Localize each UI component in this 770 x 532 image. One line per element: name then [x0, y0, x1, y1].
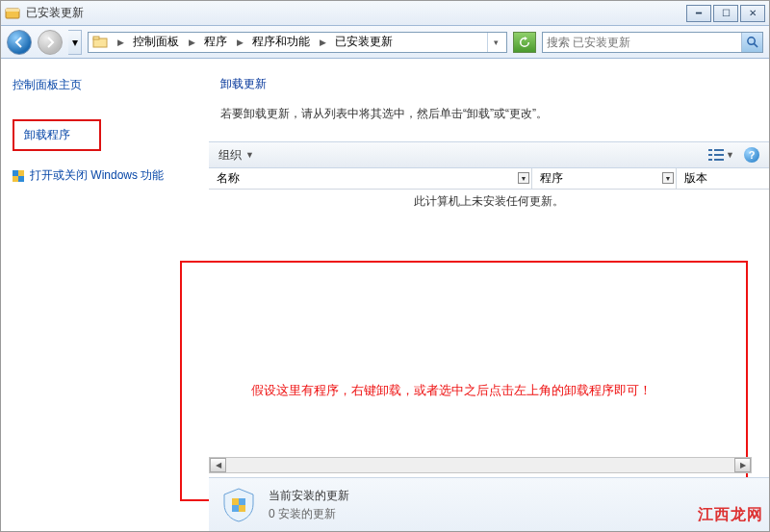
column-filter-dropdown[interactable]: ▼ [518, 172, 529, 184]
view-button[interactable]: ▼ [708, 148, 734, 162]
column-label: 名称 [217, 170, 240, 187]
svg-point-4 [748, 38, 755, 44]
search-input[interactable] [543, 36, 741, 49]
column-header-version[interactable]: 版本 [677, 168, 769, 189]
window-icon [5, 6, 20, 21]
column-label: 版本 [684, 170, 707, 187]
column-label: 程序 [540, 170, 563, 187]
empty-list-message: 此计算机上未安装任何更新。 [209, 190, 769, 214]
svg-rect-19 [239, 505, 245, 512]
arrow-left-icon [13, 37, 25, 48]
horizontal-scrollbar[interactable]: ◀ ▶ [209, 457, 752, 473]
content-body: 控制面板主页 卸载程序 打开或关闭 Windows 功能 卸载更新 若要卸载更新… [1, 59, 769, 531]
svg-rect-6 [13, 170, 18, 176]
chevron-right-icon[interactable]: ▶ [316, 38, 329, 47]
maximize-button[interactable]: ☐ [713, 5, 738, 22]
svg-rect-14 [714, 154, 724, 156]
refresh-icon [519, 37, 530, 48]
minimize-button[interactable]: ━ [686, 5, 711, 22]
svg-rect-11 [708, 154, 712, 156]
svg-rect-12 [708, 159, 712, 161]
main-panel: 卸载更新 若要卸载更新，请从列表中将其选中，然后单击“卸载”或“更改”。 组织 … [209, 59, 769, 531]
help-button[interactable]: ? [744, 147, 759, 163]
organize-button[interactable]: 组织 ▼ [218, 147, 254, 164]
svg-rect-16 [232, 498, 239, 505]
svg-rect-3 [93, 37, 99, 39]
refresh-button[interactable] [513, 32, 536, 53]
scroll-left-button[interactable]: ◀ [210, 458, 226, 472]
chevron-right-icon[interactable]: ▶ [185, 38, 198, 47]
sidebar-link-windows-features[interactable]: 打开或关闭 Windows 功能 [13, 165, 197, 187]
svg-rect-17 [239, 498, 245, 505]
svg-rect-1 [6, 9, 19, 12]
sidebar-link-label: 控制面板主页 [13, 77, 82, 93]
footer-title: 当前安装的更新 [269, 488, 349, 504]
scroll-right-button[interactable]: ▶ [734, 458, 751, 472]
nav-bar: ▾ ▶ 控制面板 ▶ 程序 ▶ 程序和功能 ▶ 已安装更新 ▾ [1, 26, 769, 59]
page-heading: 卸载更新 [220, 76, 769, 92]
address-bar[interactable]: ▶ 控制面板 ▶ 程序 ▶ 程序和功能 ▶ 已安装更新 ▾ [88, 32, 507, 53]
svg-rect-8 [13, 176, 18, 182]
column-header-name[interactable]: 名称 ▼ [209, 168, 532, 189]
svg-rect-7 [18, 170, 24, 176]
breadcrumb-programs[interactable]: 程序 [200, 33, 231, 52]
status-footer: 当前安装的更新 0 安装的更新 [209, 477, 769, 531]
column-filter-dropdown[interactable]: ▼ [662, 172, 674, 184]
list-toolbar: 组织 ▼ ▼ ? [209, 141, 769, 168]
chevron-right-icon[interactable]: ▶ [233, 38, 246, 47]
sidebar-link-uninstall[interactable]: 卸载程序 [13, 119, 101, 151]
sidebar-link-label: 卸载程序 [24, 127, 70, 143]
footer-count: 0 安装的更新 [269, 506, 349, 522]
svg-rect-10 [708, 149, 712, 151]
arrow-right-icon [44, 37, 56, 48]
breadcrumb-programs-features[interactable]: 程序和功能 [248, 33, 314, 52]
view-icon [708, 148, 724, 162]
forward-button[interactable] [38, 30, 63, 55]
nav-history-dropdown[interactable]: ▾ [68, 30, 82, 55]
search-icon [746, 36, 758, 48]
chevron-down-icon: ▼ [245, 150, 254, 160]
svg-rect-9 [18, 176, 24, 182]
breadcrumb-installed-updates[interactable]: 已安装更新 [331, 33, 397, 52]
page-description: 若要卸载更新，请从列表中将其选中，然后单击“卸载”或“更改”。 [220, 106, 769, 122]
organize-label: 组织 [218, 147, 242, 164]
sidebar-link-home[interactable]: 控制面板主页 [13, 74, 197, 96]
folder-icon [92, 35, 108, 50]
svg-rect-18 [232, 505, 239, 512]
sidebar-link-label: 打开或关闭 Windows 功能 [30, 167, 164, 184]
sidebar: 控制面板主页 卸载程序 打开或关闭 Windows 功能 [1, 59, 209, 531]
column-header-program[interactable]: 程序 ▼ [532, 168, 677, 189]
back-button[interactable] [7, 30, 32, 55]
window-title: 已安装更新 [26, 5, 686, 21]
title-bar: 已安装更新 ━ ☐ ✕ [1, 1, 769, 26]
chevron-right-icon[interactable]: ▶ [114, 38, 127, 47]
search-button[interactable] [741, 33, 762, 52]
windows-update-icon [220, 487, 257, 523]
annotation-text: 假设这里有程序，右键卸载，或者选中之后点击左上角的卸载程序即可！ [251, 382, 652, 399]
svg-rect-13 [714, 149, 724, 151]
window-controls: ━ ☐ ✕ [686, 5, 765, 22]
address-dropdown[interactable]: ▾ [487, 33, 504, 52]
list-header: 名称 ▼ 程序 ▼ 版本 [209, 168, 769, 190]
shield-icon [13, 170, 24, 182]
search-box[interactable] [542, 32, 763, 53]
svg-rect-15 [714, 159, 724, 161]
svg-line-5 [754, 43, 757, 47]
chevron-down-icon: ▼ [726, 150, 734, 160]
close-button[interactable]: ✕ [740, 5, 765, 22]
breadcrumb-control-panel[interactable]: 控制面板 [129, 33, 183, 52]
